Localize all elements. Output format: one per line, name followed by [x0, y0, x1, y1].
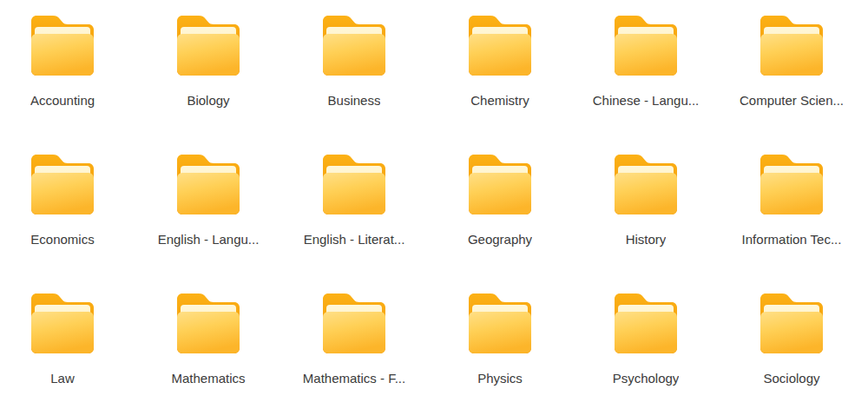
folder-label: Economics — [30, 232, 94, 247]
folder-label: Law — [50, 371, 75, 386]
folder-front — [469, 312, 531, 353]
folder-icon — [28, 293, 97, 355]
folder-label: Biology — [187, 93, 229, 109]
folder-icon — [611, 15, 681, 77]
folder-icon — [465, 293, 535, 355]
folder-icon — [757, 15, 826, 77]
folder-item[interactable]: Economics — [0, 139, 128, 278]
folder-item[interactable]: Chinese - Langu... — [581, 0, 711, 139]
folder-front — [323, 34, 385, 76]
folder-icon — [174, 293, 243, 355]
folder-icon — [611, 293, 681, 355]
folder-front — [31, 312, 94, 353]
folder-item[interactable]: English - Literat... — [289, 139, 419, 278]
folder-label: Geography — [468, 232, 532, 247]
folder-front — [615, 34, 677, 76]
folder-label: Mathematics — [171, 371, 245, 386]
folder-front — [31, 34, 94, 76]
folder-label: Business — [328, 93, 381, 109]
folder-item[interactable]: English - Langu... — [143, 139, 273, 278]
folder-label: Computer Scien... — [740, 93, 844, 109]
folder-item[interactable]: Information Tec... — [727, 139, 857, 278]
folder-item[interactable]: Accounting — [0, 0, 128, 139]
folder-item[interactable]: History — [581, 139, 711, 278]
folder-label: Chinese - Langu... — [593, 93, 700, 109]
folder-front — [760, 173, 823, 214]
folder-label: English - Literat... — [304, 232, 405, 247]
folder-item[interactable]: Mathematics — [143, 278, 273, 409]
folder-label: Psychology — [613, 371, 680, 386]
folder-front — [469, 173, 531, 214]
folder-item[interactable]: Law — [0, 278, 128, 409]
folder-icon — [28, 154, 97, 216]
folder-icon — [28, 15, 97, 77]
folder-label: Mathematics - F... — [303, 371, 405, 386]
folder-label: Information Tec... — [742, 232, 842, 247]
folder-item[interactable]: Sociology — [727, 278, 857, 409]
folder-label: Sociology — [763, 371, 819, 386]
folder-front — [760, 34, 823, 76]
folder-item[interactable]: Mathematics - F... — [289, 278, 419, 409]
folder-item[interactable]: Biology — [143, 0, 273, 139]
folder-icon — [757, 154, 826, 216]
folder-label: English - Langu... — [158, 232, 260, 247]
folder-label: Accounting — [30, 93, 95, 109]
folder-icon — [465, 154, 535, 216]
folder-item[interactable]: Computer Scien... — [727, 0, 857, 139]
folder-front — [177, 173, 240, 214]
folder-item[interactable]: Chemistry — [435, 0, 565, 139]
folder-icon — [611, 154, 681, 216]
folder-label: Physics — [477, 371, 523, 386]
folder-front — [615, 173, 677, 214]
folder-item[interactable]: Business — [289, 0, 419, 139]
folder-front — [323, 173, 385, 214]
folder-item[interactable]: Geography — [435, 139, 565, 278]
folder-grid: Accounting Biology Business Chemistry — [0, 0, 868, 409]
folder-label: History — [626, 232, 667, 247]
folder-label: Chemistry — [470, 93, 529, 109]
folder-item[interactable]: Physics — [435, 278, 565, 409]
folder-front — [31, 173, 94, 214]
folder-icon — [465, 15, 535, 77]
folder-front — [469, 34, 531, 76]
folder-front — [177, 34, 240, 76]
folder-icon — [757, 293, 826, 355]
folder-front — [760, 312, 823, 353]
folder-icon — [319, 293, 389, 355]
folder-item[interactable]: Psychology — [581, 278, 711, 409]
folder-front — [323, 312, 385, 353]
folder-front — [615, 312, 677, 353]
folder-icon — [319, 154, 389, 216]
folder-front — [177, 312, 240, 353]
folder-icon — [319, 15, 389, 77]
folder-icon — [174, 154, 243, 216]
folder-icon — [174, 15, 243, 77]
file-explorer-items-view: Accounting Biology Business Chemistry — [0, 0, 868, 409]
